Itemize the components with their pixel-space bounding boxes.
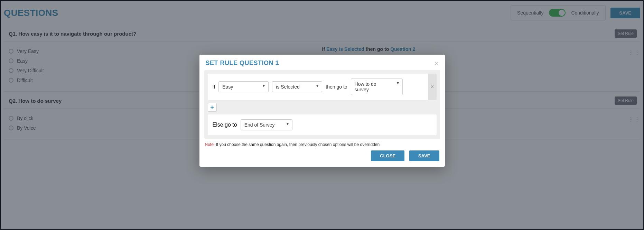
operator-select[interactable]: is Selected: [272, 81, 322, 92]
set-rule-modal: SET RULE QUESTION 1 × If Easy is Selecte…: [199, 55, 445, 167]
else-row: Else go to End of Survey: [208, 114, 437, 135]
delete-rule-button[interactable]: ×: [428, 74, 437, 100]
note-text: : If you choose the same question again,…: [214, 142, 380, 147]
modal-footer: CLOSE SAVE: [199, 147, 445, 167]
label-else: Else go to: [213, 122, 237, 128]
close-icon[interactable]: ×: [435, 60, 439, 67]
modal-save-button[interactable]: SAVE: [409, 150, 439, 161]
modal-title: SET RULE QUESTION 1: [206, 59, 279, 67]
operator-select-value: is Selected: [276, 84, 299, 90]
else-target-select-value: End of Survey: [244, 122, 275, 128]
else-target-select[interactable]: End of Survey: [241, 119, 292, 130]
note-label: Note: [205, 142, 214, 147]
modal-close-button[interactable]: CLOSE: [371, 150, 404, 161]
answer-select-value: Easy: [222, 84, 233, 90]
add-rule-button[interactable]: +: [208, 103, 217, 112]
rule-row: If Easy is Selected then go to How to do…: [208, 74, 437, 100]
modal-note: Note: If you choose the same question ag…: [199, 139, 445, 147]
modal-body: If Easy is Selected then go to How to do…: [204, 70, 440, 139]
label-if: If: [213, 84, 215, 90]
label-then: then go to: [326, 84, 347, 90]
modal-header: SET RULE QUESTION 1 ×: [199, 55, 445, 70]
target-select[interactable]: How to do survey: [351, 79, 403, 95]
answer-select[interactable]: Easy: [218, 81, 269, 92]
target-select-value: How to do survey: [355, 81, 376, 92]
